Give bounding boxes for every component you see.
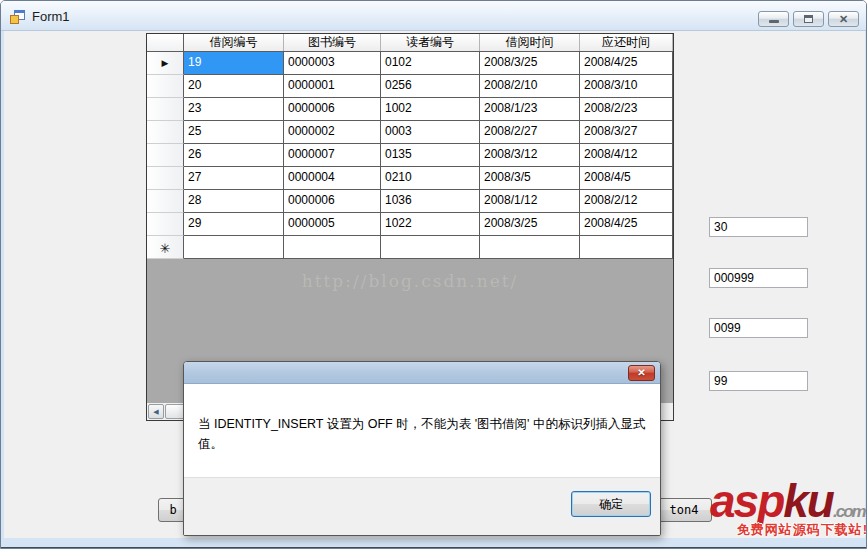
grid-row-header[interactable]: ✳ <box>147 236 184 259</box>
grid-cell[interactable]: 0210 <box>381 167 480 190</box>
new-row-marker-icon: ✳ <box>160 244 171 254</box>
grid-row: 20000000102562008/2/102008/3/10 <box>147 75 673 98</box>
grid-row-header[interactable] <box>147 75 184 98</box>
grid-cell[interactable]: 2008/4/12 <box>580 144 673 167</box>
grid-cell[interactable]: 0000002 <box>284 121 381 144</box>
grid-row: 25000000200032008/2/272008/3/27 <box>147 121 673 144</box>
grid-cell[interactable] <box>480 236 580 259</box>
grid-cell[interactable]: 0256 <box>381 75 480 98</box>
grid-row-header[interactable] <box>147 213 184 236</box>
grid-cell[interactable]: 1002 <box>381 98 480 121</box>
maximize-button[interactable] <box>793 11 824 27</box>
grid-cell[interactable]: 0000004 <box>284 167 381 190</box>
grid-cell[interactable]: 2008/2/27 <box>480 121 580 144</box>
textbox-borrow-id[interactable] <box>709 217 808 237</box>
grid-cell[interactable]: 2008/3/25 <box>480 52 580 75</box>
grid-column-header[interactable]: 借阅编号 <box>184 34 284 51</box>
scroll-left-arrow-icon[interactable]: ◀ <box>148 404 164 419</box>
title-bar[interactable]: Form1 ✕ <box>1 1 866 31</box>
csdn-watermark: http://blog.csdn.net/ <box>147 271 673 291</box>
grid-corner-cell[interactable] <box>147 34 184 51</box>
grid-cell[interactable]: 28 <box>184 190 284 213</box>
grid-row: 28000000610362008/1/122008/2/12 <box>147 190 673 213</box>
grid-column-header[interactable]: 读者编号 <box>381 34 480 51</box>
grid-row: 29000000510222008/3/252008/4/25 <box>147 213 673 236</box>
grid-row-header[interactable] <box>147 167 184 190</box>
grid-cell[interactable]: 2008/2/12 <box>580 190 673 213</box>
grid-row: 23000000610022008/1/232008/2/23 <box>147 98 673 121</box>
current-row-marker-icon: ▶ <box>162 59 169 68</box>
form-window: Form1 ✕ 借阅编号图书编号读者编号借阅时间应还时间 ▶1900000030… <box>0 0 867 549</box>
grid-new-row: ✳ <box>147 236 673 259</box>
window-border-left <box>1 31 4 538</box>
grid-cell[interactable] <box>284 236 381 259</box>
grid-cell[interactable]: 2008/1/12 <box>480 190 580 213</box>
grid-rows: ▶19000000301022008/3/252008/4/2520000000… <box>147 52 673 259</box>
grid-cell[interactable]: 2008/3/12 <box>480 144 580 167</box>
dialog-message: 当 IDENTITY_INSERT 设置为 OFF 时，不能为表 '图书借阅' … <box>198 414 648 454</box>
grid-cell[interactable]: 0000006 <box>284 98 381 121</box>
textbox-book-id[interactable] <box>709 268 808 288</box>
grid-cell[interactable]: 20 <box>184 75 284 98</box>
grid-cell[interactable]: 23 <box>184 98 284 121</box>
textbox-reader-id[interactable] <box>709 318 808 338</box>
grid-cell[interactable]: 2008/3/25 <box>480 213 580 236</box>
grid-cell[interactable]: 0000007 <box>284 144 381 167</box>
minimize-icon <box>769 20 779 23</box>
grid-cell[interactable]: 2008/3/5 <box>480 167 580 190</box>
grid-row-header[interactable] <box>147 144 184 167</box>
grid-column-header[interactable]: 图书编号 <box>284 34 381 51</box>
grid-cell[interactable] <box>381 236 480 259</box>
grid-cell[interactable]: 0000005 <box>284 213 381 236</box>
ok-button[interactable]: 确定 <box>571 491 651 517</box>
grid-cell[interactable]: 0102 <box>381 52 480 75</box>
grid-cell[interactable]: 1022 <box>381 213 480 236</box>
grid-cell[interactable]: 1036 <box>381 190 480 213</box>
grid-row-header[interactable] <box>147 98 184 121</box>
aspku-logo: aspku.com <box>710 474 865 528</box>
grid-row: 27000000402102008/3/52008/4/5 <box>147 167 673 190</box>
grid-row: 26000000701352008/3/122008/4/12 <box>147 144 673 167</box>
dialog-title-bar[interactable]: ✕ <box>184 362 660 384</box>
grid-row-header[interactable] <box>147 190 184 213</box>
close-icon: ✕ <box>839 14 848 25</box>
grid-cell[interactable] <box>184 236 284 259</box>
grid-cell[interactable]: 2008/2/23 <box>580 98 673 121</box>
grid-cell[interactable]: 2008/4/25 <box>580 213 673 236</box>
grid-cell[interactable] <box>580 236 673 259</box>
grid-cell[interactable]: 2008/3/27 <box>580 121 673 144</box>
grid-cell[interactable]: 0000006 <box>284 190 381 213</box>
grid-row-header[interactable] <box>147 121 184 144</box>
window-title: Form1 <box>32 9 70 24</box>
grid-cell[interactable]: 2008/3/10 <box>580 75 673 98</box>
grid-column-header[interactable]: 应还时间 <box>580 34 673 51</box>
grid-cell[interactable]: 0000001 <box>284 75 381 98</box>
grid-cell[interactable]: 19 <box>184 52 284 75</box>
dialog-close-button[interactable]: ✕ <box>628 365 655 381</box>
aspku-tagline: 免费网站源码下载站! <box>737 521 867 539</box>
dialog-footer: 确定 <box>184 477 660 535</box>
error-dialog: ✕ 当 IDENTITY_INSERT 设置为 OFF 时，不能为表 '图书借阅… <box>183 361 661 536</box>
dialog-body: 当 IDENTITY_INSERT 设置为 OFF 时，不能为表 '图书借阅' … <box>184 384 660 479</box>
grid-cell[interactable]: 2008/4/5 <box>580 167 673 190</box>
textbox-extra[interactable] <box>709 371 808 391</box>
grid-cell[interactable]: 25 <box>184 121 284 144</box>
grid-column-header[interactable]: 借阅时间 <box>480 34 580 51</box>
grid-cell[interactable]: 27 <box>184 167 284 190</box>
grid-header-row: 借阅编号图书编号读者编号借阅时间应还时间 <box>147 34 673 52</box>
aspku-watermark: aspku.com 免费网站源码下载站! <box>704 478 867 544</box>
form-icon <box>10 9 26 25</box>
grid-cell[interactable]: 26 <box>184 144 284 167</box>
grid-cell[interactable]: 0135 <box>381 144 480 167</box>
grid-cell[interactable]: 0003 <box>381 121 480 144</box>
grid-cell[interactable]: 2008/4/25 <box>580 52 673 75</box>
grid-cell[interactable]: 2008/1/23 <box>480 98 580 121</box>
grid-cell[interactable]: 2008/2/10 <box>480 75 580 98</box>
grid-cell[interactable]: 0000003 <box>284 52 381 75</box>
maximize-icon <box>804 15 813 23</box>
minimize-button[interactable] <box>758 11 789 27</box>
grid-row-header[interactable]: ▶ <box>147 52 184 75</box>
close-button[interactable]: ✕ <box>828 11 859 27</box>
grid-cell[interactable]: 29 <box>184 213 284 236</box>
grid-row: ▶19000000301022008/3/252008/4/25 <box>147 52 673 75</box>
